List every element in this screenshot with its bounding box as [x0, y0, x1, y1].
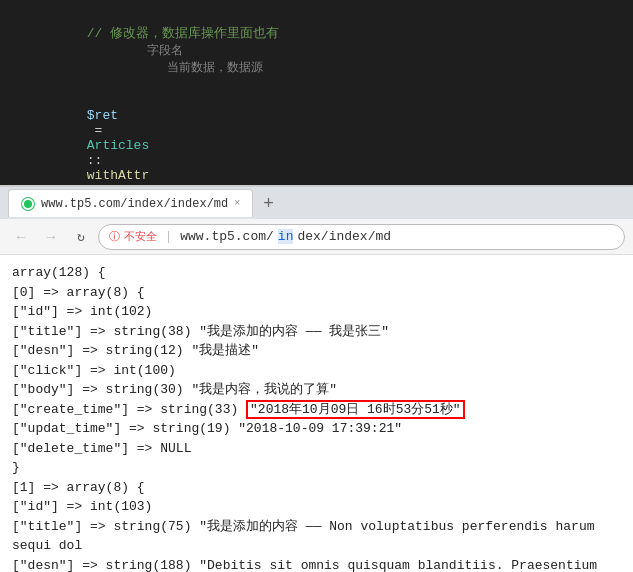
- comment-line: // 修改器，数据库操作里面也有: [87, 26, 279, 41]
- output-line-9: ["updat_time"] => string(19) "2018-10-09…: [12, 419, 621, 439]
- tab-favicon: [21, 197, 35, 211]
- back-icon: ←: [17, 229, 25, 245]
- highlighted-value: "2018年10月09日 16时53分51秒": [246, 400, 465, 419]
- code-editor: // 修改器，数据库操作里面也有 字段名 当前数据，数据源 $ret = Art…: [0, 0, 633, 185]
- tab-close-button[interactable]: ×: [234, 198, 240, 209]
- output-line-1: array(128) {: [12, 263, 621, 283]
- output-line-4: ["title"] => string(38) "我是添加的内容 —— 我是张三…: [12, 322, 621, 342]
- output-line-8: ["create_time"] => string(33) "2018年10月0…: [12, 400, 621, 420]
- not-secure-label: 不安全: [124, 229, 157, 244]
- output-line-5: ["desn"] => string(12) "我是描述": [12, 341, 621, 361]
- output-line-14: ["title"] => string(75) "我是添加的内容 —— Non …: [12, 517, 621, 556]
- address-bar[interactable]: ⓘ 不安全 | www.tp5.com/ in dex/index/md: [98, 224, 625, 250]
- browser: www.tp5.com/index/index/md × + ← → ↻ ⓘ 不…: [0, 185, 633, 572]
- output-line-6: ["click"] => int(100): [12, 361, 621, 381]
- annotation-field: 字段名: [147, 44, 183, 58]
- forward-button[interactable]: →: [38, 224, 64, 250]
- code-withattr-line: $ret = Articles :: withAttr ( name: 'tit…: [40, 93, 633, 185]
- tab-title: www.tp5.com/index/index/md: [41, 197, 228, 211]
- security-icon: ⓘ: [109, 229, 120, 244]
- output-line-11: }: [12, 458, 621, 478]
- nav-bar: ← → ↻ ⓘ 不安全 | www.tp5.com/ in dex/index/…: [0, 219, 633, 255]
- output-line-2: [0] => array(8) {: [12, 283, 621, 303]
- url-highlight: in: [278, 229, 294, 244]
- tab-bar: www.tp5.com/index/index/md × +: [0, 187, 633, 219]
- refresh-button[interactable]: ↻: [68, 224, 94, 250]
- forward-icon: →: [47, 229, 55, 245]
- address-separator: |: [165, 230, 172, 244]
- browser-tab[interactable]: www.tp5.com/index/index/md ×: [8, 189, 253, 217]
- url-prefix: www.tp5.com/: [180, 229, 274, 244]
- output-line-7: ["body"] => string(30) "我是内容，我说的了算": [12, 380, 621, 400]
- refresh-icon: ↻: [77, 229, 85, 245]
- url-suffix: dex/index/md: [297, 229, 391, 244]
- output-line-3: ["id"] => int(102): [12, 302, 621, 322]
- back-button[interactable]: ←: [8, 224, 34, 250]
- output-line-10: ["delete_time"] => NULL: [12, 439, 621, 459]
- output-line-12: [1] => array(8) {: [12, 478, 621, 498]
- annotation-datasource: 当前数据，数据源: [167, 61, 263, 75]
- new-tab-button[interactable]: +: [257, 193, 280, 214]
- output-line-15: ["desn"] => string(188) "Debitis sit omn…: [12, 556, 621, 573]
- browser-content: array(128) { [0] => array(8) { ["id"] =>…: [0, 255, 633, 572]
- output-line-13: ["id"] => int(103): [12, 497, 621, 517]
